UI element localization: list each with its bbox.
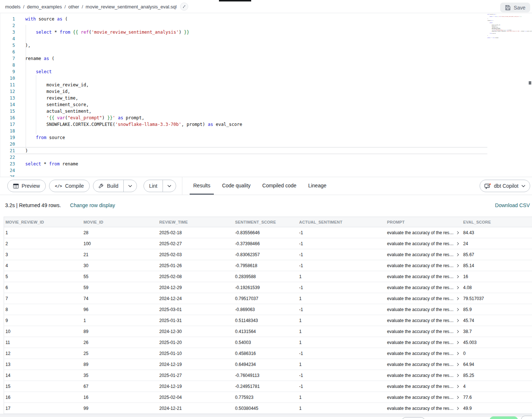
cell: 3 [4, 252, 82, 257]
column-header: MOVIE_REVIEW_ID [4, 220, 82, 224]
code-line[interactable]: 5), [0, 42, 532, 49]
code-icon: </> [55, 184, 62, 188]
download-csv-link[interactable]: Download CSV [495, 202, 530, 208]
save-button[interactable]: Save [500, 3, 530, 12]
code-line[interactable]: 6 [0, 49, 532, 55]
code-line[interactable]: 16 '{{ var("eval_prompt") }}' as prompt, [0, 115, 532, 121]
line-number: 15 [0, 108, 15, 115]
dbt-copilot-button[interactable]: dbt Copilot [480, 180, 530, 192]
editor-scrollbar[interactable] [529, 81, 531, 85]
code-line[interactable]: 8 [0, 62, 532, 68]
expand-prompt-chevron[interactable] [456, 385, 459, 388]
table-header-row: MOVIE_REVIEW_IDMOVIE_IDREVIEW_TIMESENTIM… [4, 217, 532, 227]
tab-lineage[interactable]: Lineage [305, 177, 330, 195]
build-options-button[interactable] [123, 180, 137, 192]
sql-editor[interactable]: 1with source as (23 select * from {{ ref… [0, 13, 532, 177]
cell: -1 [298, 373, 386, 378]
cell: -1 [298, 285, 386, 290]
cell: 13 [4, 362, 82, 367]
expand-prompt-chevron[interactable] [456, 308, 459, 311]
tab-compiled-code[interactable]: Compiled code [258, 177, 300, 195]
format-file-icon[interactable] [180, 3, 188, 11]
prompt-text: evaluate the accuracy of the res… [387, 329, 454, 334]
save-icon [505, 5, 511, 11]
code-line[interactable]: 17 SNOWFLAKE.CORTEX.COMPLETE('snowflake-… [0, 121, 532, 128]
expand-prompt-chevron[interactable] [456, 242, 459, 245]
cell: 2024-12-19 [158, 384, 234, 389]
code-line[interactable]: 1with source as ( [0, 16, 532, 22]
breadcrumb-item[interactable]: models [5, 4, 21, 10]
chevron-down-icon [521, 185, 525, 187]
expand-prompt-chevron[interactable] [456, 374, 459, 377]
expand-prompt-chevron[interactable] [456, 407, 459, 409]
code-line[interactable]: 14 sentiment_score, [0, 101, 532, 108]
code-line[interactable]: 18 [0, 128, 532, 134]
line-number: 25 [0, 174, 15, 177]
code-line[interactable]: 19 from source [0, 134, 532, 141]
code-line[interactable]: 20 [0, 141, 532, 147]
bottom-button-partial[interactable] [521, 416, 532, 419]
build-button[interactable]: Build [93, 180, 123, 192]
code-line[interactable]: 13 review_time, [0, 95, 532, 101]
expand-prompt-chevron[interactable] [456, 297, 459, 300]
code-line[interactable]: 23select * from rename [0, 161, 532, 167]
breadcrumb-item[interactable]: movie_review_sentiment_analysis_eval.sql [86, 4, 177, 10]
code-line[interactable]: 3 select * from {{ ref('movie_review_sen… [0, 29, 532, 35]
prompt-cell: evaluate the accuracy of the res… [386, 241, 462, 246]
expand-prompt-chevron[interactable] [456, 363, 459, 366]
lint-button[interactable]: Lint [144, 180, 163, 192]
bottom-green-button-partial[interactable] [490, 416, 518, 419]
breadcrumb-item[interactable]: other [68, 4, 79, 10]
tab-results[interactable]: Results [190, 177, 214, 195]
change-row-display-link[interactable]: Change row display [70, 202, 115, 208]
column-header: ACTUAL_SENTIMENT [298, 220, 386, 224]
prompt-text: evaluate the accuracy of the res… [387, 340, 454, 345]
expand-prompt-chevron[interactable] [456, 352, 459, 355]
expand-prompt-chevron[interactable] [456, 231, 459, 234]
code-line[interactable]: 15 actual_sentiment, [0, 108, 532, 115]
expand-prompt-chevron[interactable] [456, 396, 459, 399]
lint-options-button[interactable] [163, 180, 176, 192]
code-line[interactable]: 21) [0, 147, 532, 154]
expand-prompt-chevron[interactable] [456, 275, 459, 278]
table-body: 1282025-02-18-0.83556646-1evaluate the a… [4, 227, 532, 414]
results-table: MOVIE_REVIEW_IDMOVIE_IDREVIEW_TIMESENTIM… [4, 217, 532, 414]
table-horizontal-scrollbar[interactable] [0, 414, 532, 416]
code-line[interactable]: 11 movie_review_id, [0, 82, 532, 88]
cell: 79.517037 [462, 296, 532, 301]
code-line[interactable]: 4 [0, 35, 532, 42]
code-line[interactable]: 9 select [0, 68, 532, 75]
cell: 15 [4, 384, 82, 389]
compile-button[interactable]: </> Compile [49, 180, 90, 192]
code-line[interactable]: 25 [0, 174, 532, 177]
prompt-text: evaluate the accuracy of the res… [387, 252, 454, 257]
cell: 1 [298, 362, 386, 367]
cell: 0.6494234 [234, 362, 298, 367]
bottom-button-partial[interactable] [402, 417, 425, 419]
cell: -0.76049113 [234, 373, 298, 378]
cell: 45.003 [462, 340, 532, 345]
expand-prompt-chevron[interactable] [456, 341, 459, 344]
expand-prompt-chevron[interactable] [456, 264, 459, 267]
cell: 30 [82, 263, 158, 268]
cell: -1 [298, 230, 386, 235]
code-line[interactable]: 7rename as ( [0, 55, 532, 62]
expand-prompt-chevron[interactable] [456, 330, 459, 333]
code-line[interactable]: 24 [0, 167, 532, 174]
cell: 2025-03-01 [158, 307, 234, 312]
prompt-text: evaluate the accuracy of the res… [387, 263, 454, 268]
query-status: 3.2s | Returned 49 rows. [5, 202, 61, 208]
expand-prompt-chevron[interactable] [456, 253, 459, 256]
line-number: 21 [0, 147, 15, 154]
expand-prompt-chevron[interactable] [456, 319, 459, 322]
table-row: 17992024-12-210.503804451evaluate the ac… [4, 403, 532, 414]
code-line[interactable]: 22 [0, 154, 532, 161]
breadcrumb-item[interactable]: demo_examples [27, 4, 62, 10]
code-line[interactable]: 10 [0, 75, 532, 82]
expand-prompt-chevron[interactable] [456, 286, 459, 289]
preview-button[interactable]: Preview [7, 180, 46, 192]
tab-code-quality[interactable]: Code quality [218, 177, 254, 195]
code-line[interactable]: 2 [0, 22, 532, 29]
results-status-bar: 3.2s | Returned 49 rows. Change row disp… [0, 195, 532, 217]
code-line[interactable]: 12 movie_id, [0, 88, 532, 95]
